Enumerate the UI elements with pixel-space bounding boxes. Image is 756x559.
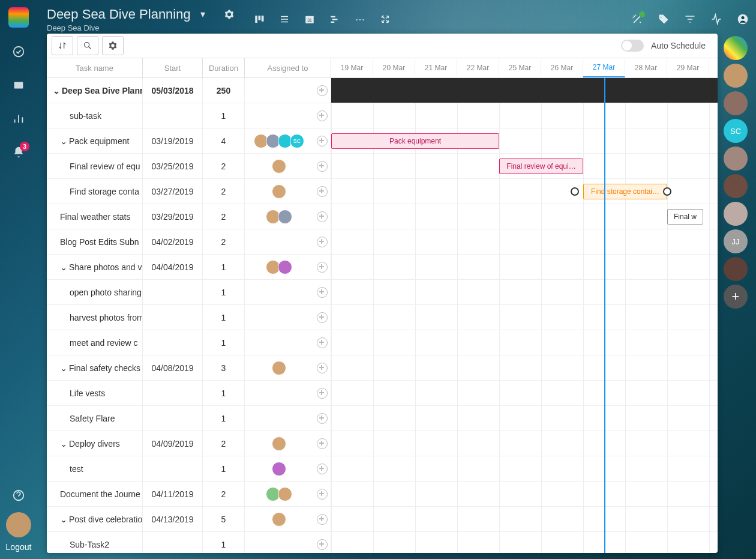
task-duration-cell[interactable]: 1 <box>203 381 245 405</box>
task-name-cell[interactable]: Life vests <box>47 381 143 405</box>
timeline-cell[interactable]: Final w <box>331 204 718 229</box>
app-logo[interactable] <box>8 7 29 28</box>
list-view-icon[interactable] <box>278 13 290 25</box>
task-start-cell[interactable]: 04/02/2019 <box>143 229 203 254</box>
task-start-cell[interactable] <box>143 406 203 431</box>
sort-button[interactable] <box>52 36 73 55</box>
task-start-cell[interactable]: 05/03/2018 <box>143 78 203 103</box>
task-assignee-cell[interactable] <box>245 229 313 254</box>
assignee-avatar[interactable] <box>278 210 292 224</box>
task-duration-cell[interactable]: 1 <box>203 406 245 431</box>
task-start-cell[interactable]: 04/08/2019 <box>143 355 203 380</box>
task-assignee-cell[interactable] <box>245 154 313 178</box>
task-start-cell[interactable]: 04/11/2019 <box>143 482 203 506</box>
task-start-cell[interactable] <box>143 381 203 405</box>
add-assignee-button[interactable] <box>313 456 331 481</box>
task-assignee-cell[interactable] <box>245 482 313 506</box>
timeline-cell[interactable] <box>331 229 718 254</box>
add-assignee-button[interactable] <box>313 482 331 506</box>
task-duration-cell[interactable]: 1 <box>203 532 245 553</box>
task-assignee-cell[interactable] <box>245 456 313 481</box>
task-row[interactable]: ⌃Deep Sea Dive Plannin05/03/2018250 <box>47 78 718 103</box>
add-assignee-button[interactable] <box>313 280 331 304</box>
timeline-cell[interactable]: Final review of equi… <box>331 154 718 178</box>
current-user-avatar[interactable] <box>6 512 31 537</box>
task-name-cell[interactable]: test <box>47 456 143 481</box>
task-assignee-cell[interactable] <box>245 507 313 531</box>
activity-icon[interactable] <box>710 13 722 25</box>
date-header[interactable]: 22 Mar <box>457 58 499 77</box>
task-assignee-cell[interactable] <box>245 179 313 204</box>
task-row[interactable]: test1 <box>47 456 718 482</box>
task-assignee-cell[interactable] <box>245 406 313 431</box>
task-assignee-cell[interactable] <box>245 330 313 355</box>
timeline-cell[interactable] <box>331 381 718 405</box>
timeline-cell[interactable] <box>331 305 718 330</box>
task-duration-cell[interactable]: 1 <box>203 255 245 279</box>
task-row[interactable]: ⌃Post dive celebration04/13/20195 <box>47 507 718 532</box>
task-row[interactable]: ⌃Deploy divers04/09/20192 <box>47 431 718 456</box>
task-name-cell[interactable]: Find storage conta <box>47 179 143 204</box>
date-header[interactable]: 21 Mar <box>415 58 457 77</box>
timeline-cell[interactable] <box>331 78 718 103</box>
timeline-cell[interactable] <box>331 431 718 456</box>
task-start-cell[interactable] <box>143 532 203 553</box>
timeline-cell[interactable] <box>331 280 718 304</box>
task-start-cell[interactable]: 03/19/2019 <box>143 128 203 153</box>
task-start-cell[interactable] <box>143 456 203 481</box>
task-duration-cell[interactable]: 2 <box>203 179 245 204</box>
task-name-cell[interactable]: ⌃Pack equipment <box>47 128 143 153</box>
assignee-avatar[interactable] <box>278 487 292 501</box>
col-header-assigned[interactable]: Assigned to <box>245 58 331 77</box>
assignee-avatar[interactable] <box>272 159 286 174</box>
task-assignee-cell[interactable] <box>245 532 313 553</box>
task-assignee-cell[interactable]: SC <box>245 128 313 153</box>
col-header-duration[interactable]: Duration <box>203 58 245 77</box>
member-avatar[interactable]: JJ <box>724 229 748 253</box>
task-name-cell[interactable]: Document the Journe <box>47 482 143 506</box>
task-assignee-cell[interactable] <box>245 78 313 103</box>
task-assignee-cell[interactable] <box>245 355 313 380</box>
add-assignee-button[interactable] <box>313 78 331 103</box>
gantt-bar[interactable]: Final w <box>667 209 703 225</box>
task-start-cell[interactable] <box>143 330 203 355</box>
task-row[interactable]: Safety Flare1 <box>47 406 718 431</box>
boards-icon[interactable] <box>11 78 26 92</box>
task-name-cell[interactable]: open photo sharing <box>47 280 143 304</box>
task-row[interactable]: Final review of equ03/25/20192Final revi… <box>47 154 718 179</box>
date-header[interactable]: 26 Mar <box>541 58 583 77</box>
add-assignee-button[interactable] <box>313 431 331 456</box>
task-row[interactable]: meet and review c1 <box>47 330 718 355</box>
date-header[interactable]: 25 Mar <box>499 58 541 77</box>
task-start-cell[interactable]: 04/09/2019 <box>143 431 203 456</box>
expand-caret-icon[interactable]: ⌃ <box>60 262 67 272</box>
timeline-cell[interactable] <box>331 330 718 355</box>
wand-icon[interactable] <box>631 13 643 25</box>
task-row[interactable]: Final weather stats03/29/20192Final w <box>47 204 718 229</box>
logout-link[interactable]: Logout <box>6 542 32 552</box>
add-assignee-button[interactable] <box>313 229 331 254</box>
filter-icon[interactable] <box>684 13 696 25</box>
tasks-icon[interactable] <box>11 44 26 59</box>
task-name-cell[interactable]: ⌃Share photos and vic <box>47 255 143 279</box>
help-icon[interactable] <box>11 488 26 503</box>
gantt-bar[interactable]: Find storage contai… <box>583 184 667 199</box>
gantt-view-icon[interactable] <box>329 13 341 25</box>
add-assignee-button[interactable] <box>313 128 331 153</box>
assignee-avatar[interactable] <box>278 260 292 274</box>
task-assignee-cell[interactable] <box>245 431 313 456</box>
task-duration-cell[interactable]: 5 <box>203 507 245 531</box>
task-name-cell[interactable]: Final weather stats <box>47 204 143 229</box>
date-header[interactable]: 29 Mar <box>667 58 709 77</box>
expand-caret-icon[interactable]: ⌃ <box>60 515 67 524</box>
expand-caret-icon[interactable]: ⌃ <box>60 439 67 449</box>
task-row[interactable]: Document the Journe04/11/20192 <box>47 482 718 507</box>
add-assignee-button[interactable] <box>313 532 331 553</box>
task-duration-cell[interactable]: 2 <box>203 204 245 229</box>
add-assignee-button[interactable] <box>313 406 331 431</box>
timeline-cell[interactable] <box>331 507 718 531</box>
expand-caret-icon[interactable]: ⌃ <box>60 136 67 146</box>
timeline-cell[interactable] <box>331 482 718 506</box>
assignee-avatar[interactable] <box>272 184 286 199</box>
task-duration-cell[interactable]: 1 <box>203 456 245 481</box>
